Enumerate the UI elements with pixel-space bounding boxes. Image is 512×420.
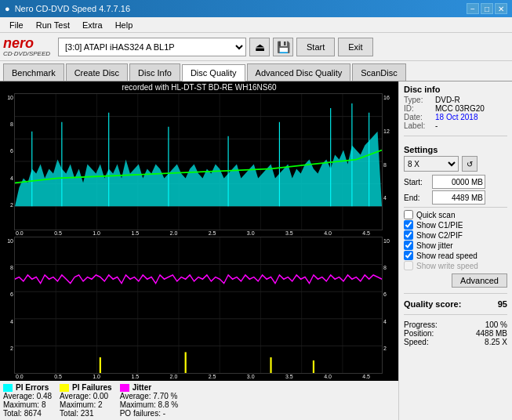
divider-4 xyxy=(404,314,507,315)
pi-failures-avg: Average: 0.00 xyxy=(60,392,112,400)
start-input[interactable] xyxy=(432,175,485,189)
logo: nero CD·DVD/SPEED xyxy=(3,36,50,57)
quick-scan-label: Quick scan xyxy=(416,211,455,219)
top-chart-svg xyxy=(15,94,382,230)
pi-errors-avg: Average: 0.48 xyxy=(3,392,52,400)
end-input[interactable] xyxy=(432,190,485,205)
tab-advanced-disc-quality[interactable]: Advanced Disc Quality xyxy=(247,63,351,81)
jitter-header: Jitter xyxy=(120,383,178,392)
speed-row-2: Speed: 8.25 X xyxy=(404,338,507,346)
quick-scan-row: Quick scan xyxy=(404,210,507,219)
tab-disc-info[interactable]: Disc Info xyxy=(129,63,180,81)
divider-2 xyxy=(404,207,507,208)
y-left-top-2: 2 xyxy=(2,202,13,208)
exit-button[interactable]: Exit xyxy=(338,38,372,56)
show-c1pie-checkbox[interactable] xyxy=(404,220,413,230)
quality-score-label: Quality score: xyxy=(404,299,461,309)
x-label-05: 0.5 xyxy=(54,230,62,236)
drive-select[interactable]: [3:0] ATAPI iHAS324 A BL1P xyxy=(58,38,246,56)
quick-scan-checkbox[interactable] xyxy=(404,210,413,219)
settings-title: Settings xyxy=(404,145,507,154)
tab-benchmark[interactable]: Benchmark xyxy=(3,63,64,81)
progress-label: Progress: xyxy=(404,320,438,329)
speed-row: 8 X 4 X 16 X Maximum ↺ xyxy=(404,156,507,172)
read-speed-row: Show read speed xyxy=(404,251,507,260)
y-left-top-10: 10 xyxy=(2,95,13,100)
x-label-2: 2.0 xyxy=(170,230,178,236)
maximize-button[interactable]: □ xyxy=(481,3,493,14)
pi-failures-header: PI Failures xyxy=(60,383,112,392)
show-c2pif-checkbox[interactable] xyxy=(404,230,413,240)
c1pie-label: Show C1/PIE xyxy=(416,221,463,230)
c1pie-row: Show C1/PIE xyxy=(404,220,507,230)
show-read-speed-checkbox[interactable] xyxy=(404,251,413,260)
disc-info-title: Disc info xyxy=(404,85,507,94)
pi-failures-group: PI Failures Average: 0.00 Maximum: 2 Tot… xyxy=(60,383,112,418)
divider-1 xyxy=(404,136,507,136)
position-value: 4488 MB xyxy=(476,329,507,338)
y-left-top-8: 8 xyxy=(2,121,13,127)
write-speed-label: Show write speed xyxy=(416,262,478,270)
x-label-b25: 2.5 xyxy=(209,374,216,379)
pi-errors-header: PI Errors xyxy=(3,383,52,392)
disc-type-row: Type: DVD-R xyxy=(404,96,507,104)
type-value: DVD-R xyxy=(435,96,460,104)
x-label-3: 3.0 xyxy=(247,230,255,236)
progress-value: 100 % xyxy=(485,320,507,329)
close-button[interactable]: ✕ xyxy=(495,3,507,14)
jitter-color xyxy=(120,384,129,392)
jitter-po: PO failures: - xyxy=(120,409,178,418)
progress-row: Progress: 100 % xyxy=(404,320,507,329)
y-left-top-6: 6 xyxy=(2,148,13,154)
speed-select[interactable]: 8 X 4 X 16 X Maximum xyxy=(404,156,459,172)
date-value: 18 Oct 2018 xyxy=(435,113,478,121)
y-right-top-12: 12 xyxy=(383,129,397,134)
eject-button[interactable]: ⏏ xyxy=(249,38,270,56)
x-label-1: 1.0 xyxy=(93,230,100,236)
app-icon: ● xyxy=(5,4,10,13)
date-label: Date: xyxy=(404,113,432,121)
minimize-button[interactable]: − xyxy=(467,3,479,14)
bottom-chart-svg xyxy=(15,237,382,373)
quality-score-row: Quality score: 95 xyxy=(404,299,507,309)
refresh-button[interactable]: ↺ xyxy=(462,156,478,172)
right-panel: Disc info Type: DVD-R ID: MCC 03RG20 Dat… xyxy=(398,81,512,420)
show-jitter-checkbox[interactable] xyxy=(404,241,413,250)
y-left-bot-6: 6 xyxy=(2,291,13,297)
speed-label: Speed: xyxy=(404,338,429,346)
disc-label-row: Label: - xyxy=(404,121,507,130)
x-label-b0: 0.0 xyxy=(16,374,24,379)
title-bar: ● Nero CD-DVD Speed 4.7.7.16 − □ ✕ xyxy=(0,0,512,17)
menu-run-test[interactable]: Run Test xyxy=(30,19,76,31)
jitter-avg: Average: 7.70 % xyxy=(120,392,178,400)
y-right-bot-8: 8 xyxy=(383,265,397,270)
show-write-speed-checkbox[interactable] xyxy=(404,261,413,270)
y-left-bot-4: 4 xyxy=(2,319,13,324)
disc-date-row: Date: 18 Oct 2018 xyxy=(404,113,507,121)
x-label-b05: 0.5 xyxy=(54,374,62,379)
y-right-bot-4: 4 xyxy=(383,319,397,324)
tab-disc-quality[interactable]: Disc Quality xyxy=(182,64,245,81)
title-bar-controls: − □ ✕ xyxy=(467,3,507,14)
pi-failures-total: Total: 231 xyxy=(60,409,112,418)
save-button[interactable]: 💾 xyxy=(273,38,293,56)
menu-help[interactable]: Help xyxy=(109,19,140,31)
tab-scan-disc[interactable]: ScanDisc xyxy=(352,63,405,81)
y-left-top-4: 4 xyxy=(2,176,13,181)
x-label-45: 4.5 xyxy=(362,230,370,236)
x-label-b35: 3.5 xyxy=(285,374,293,379)
tab-bar: Benchmark Create Disc Disc Info Disc Qua… xyxy=(0,61,512,81)
advanced-button[interactable]: Advanced xyxy=(452,273,507,288)
menu-extra[interactable]: Extra xyxy=(76,19,109,31)
pi-failures-label: PI Failures xyxy=(72,383,112,392)
divider-3 xyxy=(404,293,507,294)
tab-create-disc[interactable]: Create Disc xyxy=(66,63,128,81)
title-bar-left: ● Nero CD-DVD Speed 4.7.7.16 xyxy=(5,4,130,13)
y-right-bot-6: 6 xyxy=(383,291,397,297)
menu-file[interactable]: File xyxy=(3,19,30,31)
logo-text: nero xyxy=(3,36,50,50)
start-label: Start: xyxy=(404,178,429,186)
start-button[interactable]: Start xyxy=(296,38,335,56)
type-label: Type: xyxy=(404,96,432,104)
y-left-bot-2: 2 xyxy=(2,346,13,351)
